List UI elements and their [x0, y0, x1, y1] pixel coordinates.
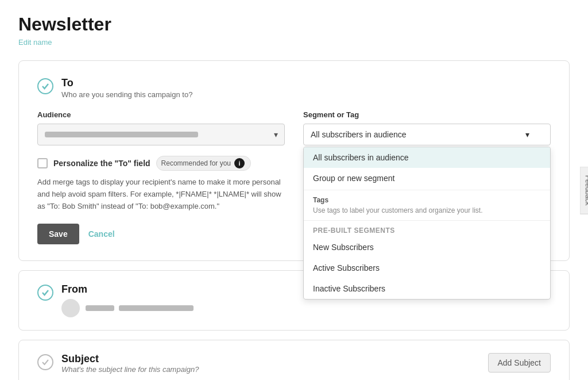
from-name-blurred [86, 305, 114, 311]
subject-section-subtitle: What's the subject line for this campaig… [61, 365, 488, 374]
audience-select-wrapper: ▾ [37, 124, 285, 145]
cancel-button[interactable]: Cancel [88, 229, 115, 239]
page-title: Newsletter [18, 14, 570, 35]
subject-section-card: Subject What's the subject line for this… [18, 340, 570, 380]
dropdown-item-group-segment[interactable]: Group or new segment [304, 168, 550, 189]
dropdown-prebuilt-header: Pre-built Segments [304, 220, 550, 237]
dropdown-tags-header: Tags [304, 190, 550, 206]
to-section-subtitle: Who are you sending this campaign to? [61, 90, 192, 99]
audience-blurred-bar [45, 132, 198, 137]
subject-section-title: Subject [61, 353, 488, 365]
subject-card-row: Subject What's the subject line for this… [37, 353, 551, 374]
recommended-badge: Recommended for you i [156, 156, 251, 171]
to-card-title-block: To Who are you sending this campaign to? [61, 77, 192, 99]
personalize-label: Personalize the "To" field [53, 159, 150, 168]
segment-dropdown-menu: All subscribers in audience Group or new… [303, 147, 551, 300]
personalize-checkbox[interactable] [37, 158, 48, 168]
to-section-columns: Audience ▾ Personalize the "To" field Re… [37, 110, 551, 244]
dropdown-item-inactive-subscribers[interactable]: Inactive Subscribers [304, 278, 550, 299]
audience-column: Audience ▾ Personalize the "To" field Re… [37, 110, 285, 244]
recommended-badge-text: Recommended for you [161, 159, 231, 167]
to-card-header: To Who are you sending this campaign to? [37, 77, 551, 99]
page-wrapper: Newsletter Edit name To Who are you send… [0, 0, 588, 380]
segment-dropdown-container: All subscribers in audience ▾ All subscr… [303, 124, 551, 145]
subject-card-content: Subject What's the subject line for this… [61, 353, 488, 374]
subject-section-circle-icon [37, 354, 53, 370]
audience-label: Audience [37, 110, 285, 119]
segment-label: Segment or Tag [303, 110, 551, 119]
dropdown-item-new-subscribers[interactable]: New Subscribers [304, 237, 550, 258]
from-info [61, 299, 551, 317]
from-email-blurred [119, 305, 194, 311]
personalize-description: Add merge tags to display your recipient… [37, 176, 285, 212]
segment-selected-text: All subscribers in audience [311, 130, 407, 139]
save-button[interactable]: Save [37, 224, 79, 244]
add-subject-button[interactable]: Add Subject [488, 353, 551, 373]
segment-chevron-icon: ▾ [525, 130, 529, 139]
dropdown-tags-desc: Use tags to label your customers and org… [304, 206, 550, 219]
from-section-check-icon [37, 285, 53, 301]
personalize-row: Personalize the "To" field Recommended f… [37, 156, 285, 171]
audience-select[interactable] [37, 124, 285, 145]
edit-name-link[interactable]: Edit name [18, 38, 52, 47]
to-section-title: To [61, 77, 192, 89]
dropdown-item-all-subscribers[interactable]: All subscribers in audience [304, 147, 550, 168]
to-section-check-icon [37, 78, 53, 94]
info-icon[interactable]: i [234, 158, 245, 168]
feedback-tab[interactable]: Feedback [580, 166, 588, 214]
dropdown-item-active-subscribers[interactable]: Active Subscribers [304, 258, 550, 278]
segment-column: Segment or Tag All subscribers in audien… [303, 110, 551, 244]
to-section-card: To Who are you sending this campaign to?… [18, 60, 570, 261]
to-section-actions: Save Cancel [37, 224, 285, 244]
from-avatar [61, 299, 80, 317]
segment-select-display[interactable]: All subscribers in audience ▾ [303, 124, 551, 145]
